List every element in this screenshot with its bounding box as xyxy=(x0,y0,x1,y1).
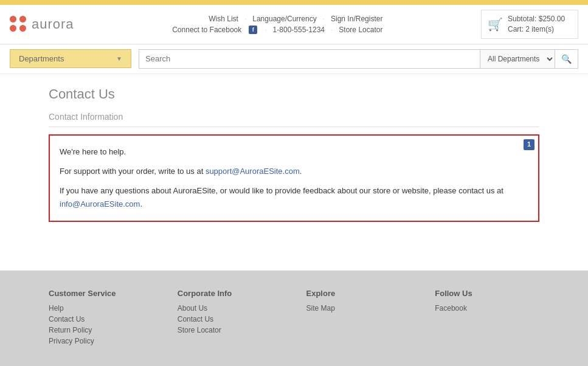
main-content: Contact Us Contact Information 1 We're h… xyxy=(0,74,588,246)
contact-line-3: If you have any questions about AuroraES… xyxy=(60,184,528,211)
footer-col-corporate-info: Corporate Info About Us Contact Us Store… xyxy=(178,289,282,348)
header-nav: Wish List · Language/Currency · Sign In/… xyxy=(172,15,382,34)
cart-items: Cart: 2 item(s) xyxy=(508,24,565,35)
contact-info-box: 1 We're here to help. For support with y… xyxy=(49,134,539,222)
footer-link-corporate-contact[interactable]: Contact Us xyxy=(178,315,282,323)
facebook-link[interactable]: Connect to Facebook xyxy=(172,26,241,34)
footer-col-follow-us: Follow Us Facebook xyxy=(435,289,539,348)
footer-link-return-policy[interactable]: Return Policy xyxy=(49,326,153,334)
logo-text: aurora xyxy=(32,16,74,32)
cart-text: Subtotal: $250.00 Cart: 2 item(s) xyxy=(508,14,565,35)
footer-col-title-customer-service: Customer Service xyxy=(49,289,153,298)
search-button[interactable]: 🔍 xyxy=(555,50,578,68)
footer-link-site-map[interactable]: Site Map xyxy=(306,304,411,312)
search-box: All Departments 🔍 xyxy=(139,49,578,69)
footer: Customer Service Help Contact Us Return … xyxy=(0,271,588,366)
footer-col-title-corporate-info: Corporate Info xyxy=(178,289,282,298)
badge: 1 xyxy=(524,139,534,150)
dropdown-arrow-icon: ▼ xyxy=(116,55,122,62)
footer-inner: Customer Service Help Contact Us Return … xyxy=(49,289,539,348)
store-locator-link[interactable]: Store Locator xyxy=(339,26,382,34)
cart-subtotal: Subtotal: $250.00 xyxy=(508,14,565,24)
departments-label: Departments xyxy=(19,54,64,63)
contact-line-2: For support with your order, write to us… xyxy=(60,165,528,178)
sign-in-link[interactable]: Sign In/Register xyxy=(331,15,382,23)
footer-col-explore: Explore Site Map xyxy=(306,289,411,348)
footer-col-title-follow-us: Follow Us xyxy=(435,289,539,298)
search-input[interactable] xyxy=(139,50,480,67)
departments-button[interactable]: Departments ▼ xyxy=(10,49,131,68)
footer-link-facebook[interactable]: Facebook xyxy=(435,304,539,312)
cart-icon: 🛒 xyxy=(488,17,503,32)
search-department-select[interactable]: All Departments xyxy=(480,50,555,68)
facebook-icon: f xyxy=(249,26,257,34)
footer-link-store-locator[interactable]: Store Locator xyxy=(178,326,282,334)
toolbar: Departments ▼ All Departments 🔍 xyxy=(0,44,588,74)
footer-link-privacy-policy[interactable]: Privacy Policy xyxy=(49,337,153,345)
support-email-link[interactable]: support@AuroraESite.com xyxy=(206,167,300,176)
phone-number: 1-800-555-1234 xyxy=(273,26,325,34)
footer-link-about-us[interactable]: About Us xyxy=(178,304,282,312)
header-nav-top: Wish List · Language/Currency · Sign In/… xyxy=(209,15,382,23)
logo-area[interactable]: aurora xyxy=(10,16,74,33)
info-email-link[interactable]: info@AuroraESite.com xyxy=(60,199,140,209)
header: aurora Wish List · Language/Currency · S… xyxy=(0,5,588,44)
header-nav-bottom: Connect to Facebook f · 1-800-555-1234 ·… xyxy=(172,26,382,34)
footer-link-help[interactable]: Help xyxy=(49,304,153,312)
cart-area[interactable]: 🛒 Subtotal: $250.00 Cart: 2 item(s) xyxy=(481,10,578,39)
section-header: Contact Information xyxy=(49,112,539,127)
search-icon: 🔍 xyxy=(561,54,572,64)
contact-line-1: We're here to help. xyxy=(60,145,528,159)
page-title: Contact Us xyxy=(49,86,539,102)
top-border xyxy=(0,0,588,5)
footer-col-title-explore: Explore xyxy=(306,289,411,298)
logo-icon xyxy=(10,16,27,33)
wish-list-link[interactable]: Wish List xyxy=(209,15,238,23)
footer-link-contact-us[interactable]: Contact Us xyxy=(49,315,153,323)
language-currency-link[interactable]: Language/Currency xyxy=(252,15,316,23)
footer-col-customer-service: Customer Service Help Contact Us Return … xyxy=(49,289,153,348)
